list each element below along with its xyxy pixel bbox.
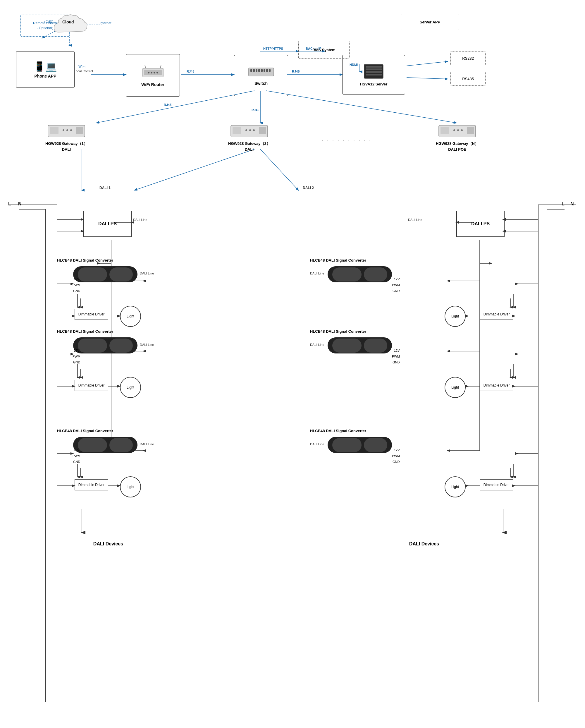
left-dali-devices: DALI Devices	[57, 541, 159, 547]
dali2-label: DALI 2	[303, 186, 314, 190]
right-driver2: Dimmable Driver	[480, 380, 513, 391]
right-hlcb1-12v: 12V	[394, 277, 400, 281]
right-hlcb2-title: HLCB48 DALI Signal Converter	[310, 329, 366, 334]
server-app-box: Server APP	[401, 14, 459, 30]
hsva-label: HSVA12 Server	[360, 82, 388, 86]
right-hlcb1-pwm: PWM	[392, 283, 400, 287]
rs232-box: RS232	[450, 51, 485, 65]
svg-rect-118	[467, 127, 474, 134]
left-hlcb1-12v: 12V	[74, 277, 80, 281]
svg-line-16	[260, 149, 298, 190]
router-icon	[141, 64, 165, 80]
diagram: Cloud Internet 4G/5G Remote Control（Opti…	[0, 0, 585, 728]
right-hlcb3-pwm: PWM	[392, 454, 400, 458]
gateway2-label: HGW928 Gateway（2）DALI	[228, 141, 270, 152]
remote-control-box: Remote Control（Optional）	[21, 15, 70, 36]
right-dali-line-label: DALI Line	[408, 218, 422, 222]
svg-point-115	[453, 129, 455, 131]
rs485-label: RS485	[462, 77, 474, 81]
phone-app-box: 📱💻 Phone APP	[16, 51, 75, 88]
svg-rect-93	[264, 69, 265, 72]
svg-point-116	[457, 129, 459, 131]
left-hlcb1-title: HLCB48 DALI Signal Converter	[57, 258, 113, 262]
svg-rect-88	[250, 69, 252, 72]
svg-point-105	[70, 129, 72, 131]
svg-rect-108	[233, 127, 241, 134]
dots-separator: · · · · · · · · · ·	[322, 137, 372, 143]
svg-point-84	[151, 72, 152, 74]
wifi-router-box: WiFi Router	[126, 54, 180, 97]
left-hlcb3-title: HLCB48 DALI Signal Converter	[57, 429, 113, 433]
right-hlcb3-title: HLCB48 DALI Signal Converter	[310, 429, 366, 433]
left-hlcb3-dali-line: DALI Line	[140, 442, 154, 446]
right-dali-ps-label: DALI PS	[471, 221, 490, 227]
rj45-down-label-2: RJ45	[251, 108, 259, 112]
svg-line-10	[406, 78, 448, 79]
left-driver1: Dimmable Driver	[75, 309, 108, 320]
right-driver1: Dimmable Driver	[480, 309, 513, 320]
svg-rect-114	[441, 127, 449, 134]
svg-rect-91	[258, 69, 260, 72]
right-hlcb1-title: HLCB48 DALI Signal Converter	[310, 258, 366, 262]
left-N-label: N	[18, 201, 22, 207]
rs485-box: RS485	[450, 72, 485, 86]
internet-label: Internet	[100, 21, 111, 25]
left-L-label: L	[8, 201, 11, 207]
wifi-label: WiFi	[78, 64, 85, 69]
server-app-label: Server APP	[420, 20, 440, 24]
right-dali-ps: DALI PS	[456, 211, 505, 237]
connection-lines	[0, 0, 585, 728]
svg-rect-92	[261, 69, 263, 72]
bms-label: BMS System	[312, 48, 336, 52]
svg-rect-89	[253, 69, 255, 72]
right-driver3: Dimmable Driver	[480, 479, 513, 490]
svg-point-85	[154, 72, 155, 74]
rj45-label-1: RJ45	[187, 70, 194, 73]
right-hlcb3-body	[327, 437, 392, 453]
svg-rect-99	[366, 71, 382, 73]
gateway2-device: HGW928 Gateway（2）DALI	[228, 123, 270, 152]
svg-line-9	[406, 61, 448, 66]
svg-rect-82	[144, 70, 162, 75]
right-L-label: L	[562, 201, 564, 207]
gatewayn-device: HGW928 Gateway（N）DALI POE	[436, 123, 479, 152]
svg-line-13	[266, 91, 456, 123]
left-dali-line-label: DALI Line	[133, 218, 147, 222]
left-hlcb2-gnd: GND	[73, 361, 80, 364]
svg-rect-90	[256, 69, 258, 72]
right-hlcb3-gnd: GND	[393, 460, 400, 464]
right-hlcb1-gnd: GND	[393, 289, 400, 293]
left-light2: Light	[120, 377, 141, 398]
left-hlcb1-body	[73, 266, 137, 282]
left-hlcb3-pwm: PWM	[73, 454, 80, 458]
phone-icon: 📱💻	[34, 61, 57, 72]
rj45-label-2: RJ45	[292, 70, 299, 73]
local-control-label: Local Control	[74, 69, 93, 73]
left-hlcb1-dali-line: DALI Line	[140, 271, 154, 275]
hsva-box: HSVA12 Server	[342, 55, 405, 95]
wifi-router-label: WiFi Router	[141, 82, 164, 87]
left-hlcb2-pwm: PWM	[73, 355, 80, 358]
svg-rect-100	[366, 74, 382, 76]
left-dali-ps-label: DALI PS	[98, 221, 117, 227]
left-hlcb2-12v: 12V	[74, 349, 80, 352]
switch-icon	[248, 66, 274, 79]
gatewayn-icon	[438, 123, 476, 139]
rj45-down-label-1: RJ45	[164, 103, 171, 106]
svg-line-15	[135, 149, 255, 190]
svg-point-111	[253, 129, 255, 131]
left-driver3: Dimmable Driver	[75, 479, 108, 490]
gateway2-icon	[230, 123, 268, 139]
left-dali-ps: DALI PS	[83, 211, 132, 237]
svg-rect-95	[269, 69, 271, 72]
dali1-label: DALI 1	[100, 186, 111, 190]
svg-point-86	[157, 72, 158, 74]
right-hlcb2-gnd: GND	[393, 361, 400, 364]
gateway1-icon	[47, 123, 85, 139]
left-hlcb3-gnd: GND	[73, 460, 80, 464]
right-light2: Light	[445, 377, 466, 398]
left-hlcb1-gnd: GND	[73, 289, 80, 293]
right-dali-devices: DALI Devices	[322, 541, 527, 547]
remote-control-text: Remote Control（Optional）	[33, 21, 58, 31]
gateway1-device: HGW928 Gateway（1）DALI	[45, 123, 87, 152]
